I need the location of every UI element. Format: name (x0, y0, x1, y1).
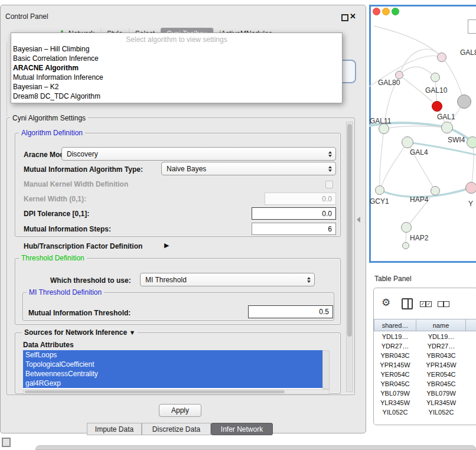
tab-impute-data[interactable]: Impute Data (87, 423, 142, 435)
cell: 9. (466, 379, 476, 389)
table-row[interactable]: YLR345W YLR345W 9. (374, 398, 476, 407)
settings-group-title: Cyni Algorithm Settings (10, 114, 88, 122)
cell: YBR045C (416, 379, 466, 389)
network-node[interactable] (467, 136, 476, 148)
network-node[interactable] (402, 242, 409, 249)
mi-threshold-field[interactable]: 0.5 (248, 305, 333, 318)
cell: 13 (466, 332, 476, 341)
dropdown-placeholder: Select algorithm to view settings (11, 35, 342, 44)
zoom-window-icon[interactable] (392, 8, 399, 15)
close-window-icon[interactable] (373, 8, 380, 15)
node-label[interactable]: GAL80 (378, 79, 400, 87)
sources-expander-icon[interactable]: ▼ (129, 329, 135, 336)
network-node[interactable] (465, 182, 476, 194)
network-node[interactable] (402, 136, 413, 148)
node-label[interactable]: GAL1 (437, 113, 455, 121)
table-row[interactable]: YBR045C YBR045C 9. (374, 379, 476, 389)
kernel-width-field[interactable]: 0.0 (265, 193, 336, 205)
node-label[interactable]: GCY1 (370, 197, 389, 206)
network-node[interactable] (401, 222, 412, 233)
columns-icon[interactable] (402, 298, 413, 309)
dpi-tolerance-field[interactable]: 0.0 (252, 207, 336, 220)
network-node[interactable] (457, 94, 471, 109)
cell: YPR145W (374, 360, 416, 370)
attribute-item[interactable]: gal4RGexp (23, 379, 322, 388)
dropdown-item-aracne[interactable]: ARACNE Algorithm (11, 63, 342, 73)
network-node[interactable] (437, 53, 446, 62)
table-row[interactable]: YDR27… YDR27… 12 (374, 341, 476, 351)
close-panel-icon[interactable] (350, 12, 356, 21)
gear-icon[interactable]: ⚙ (382, 296, 390, 309)
table-row[interactable]: YBR043C YBR043C (374, 351, 476, 360)
table-row[interactable]: YIL052C YIL052C (374, 407, 476, 417)
column-header-shared[interactable]: shared… (374, 319, 416, 331)
table-row[interactable]: YER054C YER054C 8. (374, 370, 476, 379)
settings-scrollbar-thumb[interactable] (347, 124, 352, 337)
network-scrollbar-fragment[interactable] (468, 19, 476, 34)
collapsed-panel-icon[interactable] (2, 438, 11, 447)
algorithm-dropdown-popup: Select algorithm to view settings Bayesi… (11, 32, 343, 103)
hub-section-label[interactable]: Hub/Transcription Factor Definition (24, 242, 142, 250)
sources-section-header[interactable]: Sources for Network Inference ▼ (22, 328, 138, 337)
network-node-selected-red[interactable] (432, 101, 442, 112)
network-node[interactable] (431, 186, 440, 195)
node-label[interactable]: GAL11 (370, 117, 391, 125)
attributes-list-vscrollbar[interactable] (322, 350, 330, 389)
table-panel-title: Table Panel (374, 275, 412, 283)
cell: 9. (466, 360, 476, 370)
table-row[interactable]: YBL079W YBL079W (374, 389, 476, 398)
attribute-item[interactable]: TopologicalCoefficient (23, 360, 322, 369)
node-label[interactable]: GAL10 (425, 86, 447, 94)
cell: YBR045C (374, 379, 416, 389)
mi-steps-field[interactable]: 6 (252, 223, 336, 235)
which-threshold-combo[interactable]: MI Threshold (140, 273, 315, 286)
network-node[interactable] (375, 185, 384, 195)
mi-steps-value: 6 (328, 225, 332, 233)
deselect-all-checkbox-icon[interactable] (444, 301, 449, 307)
node-label[interactable]: Y (468, 200, 473, 208)
select-all-checkbox-icon[interactable] (426, 301, 432, 307)
node-label[interactable]: HAP2 (410, 234, 428, 242)
dropdown-item-basic-correlation[interactable]: Basic Correlation Inference (11, 54, 342, 63)
cell: YER054C (374, 370, 416, 379)
network-node[interactable] (441, 122, 453, 133)
cell (466, 389, 476, 398)
manual-kernel-width-checkbox[interactable] (325, 181, 333, 188)
network-node[interactable] (431, 73, 440, 82)
combo-arrows-icon (328, 166, 332, 172)
dropdown-item-mutual-information[interactable]: Mutual Information Inference (11, 73, 342, 82)
attribute-item[interactable]: SelfLoops (23, 350, 322, 360)
dropdown-item-dream8[interactable]: Dream8 DC_TDC Algorithm (11, 92, 342, 101)
cell: YIL052C (416, 407, 466, 417)
dropdown-item-bayesian-hill-climbing[interactable]: Bayesian – Hill Climbing (11, 44, 342, 54)
dpi-tolerance-label: DPI Tolerance [0,1]: (24, 210, 89, 218)
apply-button[interactable]: Apply (159, 404, 201, 417)
cell: YBR043C (416, 351, 466, 360)
attribute-item[interactable]: BetweennessCentrality (23, 369, 322, 379)
table-row[interactable]: YPR145W YPR145W 9. (374, 360, 476, 370)
cell (466, 407, 476, 417)
tab-discretize-data[interactable]: Discretize Data (142, 423, 211, 435)
float-panel-icon[interactable] (341, 14, 348, 21)
table-row[interactable]: YDL19… YDL19… 13 (374, 332, 476, 341)
node-label[interactable]: HAP4 (410, 195, 428, 204)
dropdown-item-bayesian-k2[interactable]: Bayesian – K2 (11, 82, 342, 92)
split-pane-handle-icon[interactable] (357, 217, 360, 223)
network-node[interactable] (395, 71, 403, 79)
aracne-mode-combo[interactable]: Discovery (61, 147, 336, 161)
attributes-hscrollbar-thumb[interactable] (25, 390, 285, 393)
column-header-clipped[interactable] (466, 319, 476, 331)
deselect-all-checkbox-icon[interactable] (438, 301, 444, 307)
tab-infer-network[interactable]: Infer Network (211, 423, 273, 435)
node-label[interactable]: GAL4 (410, 148, 428, 156)
minimize-window-icon[interactable] (382, 8, 390, 15)
mi-algorithm-type-combo[interactable]: Naive Bayes (161, 162, 336, 175)
cell: YLR345W (416, 398, 466, 407)
node-label[interactable]: GAL8 (460, 48, 476, 57)
column-header-name[interactable]: name (416, 319, 466, 331)
hub-expander-icon[interactable]: ▶ (164, 242, 169, 249)
settings-scrollbar[interactable] (346, 122, 353, 392)
select-all-checkbox-icon[interactable] (420, 301, 426, 307)
attributes-list-hscrollbar[interactable] (23, 389, 330, 394)
node-label[interactable]: SWI4 (448, 136, 465, 144)
